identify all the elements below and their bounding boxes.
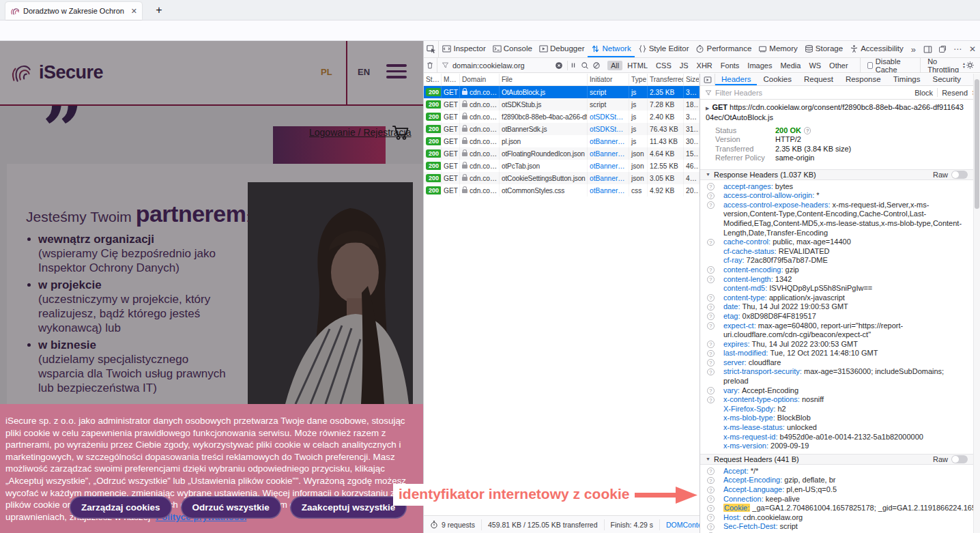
request-url-line[interactable]: ▶GET https://cdn.cookielaw.org/consent/f… [700, 100, 973, 124]
response-headers-section[interactable]: ▼ Response Headers (1.037 KB) Raw [700, 169, 973, 180]
browser-tab[interactable]: Doradztwo w Zakresie Ochrony Dany ✕ [5, 2, 142, 20]
help-icon[interactable]: ? [707, 341, 715, 348]
disable-cache-checkbox[interactable]: Disable Cache [860, 58, 914, 73]
resend-button[interactable]: Resend [942, 89, 968, 97]
separate-window-icon[interactable] [935, 41, 950, 57]
help-icon[interactable]: ? [707, 192, 715, 200]
help-icon[interactable]: ? [707, 387, 715, 394]
details-tab-headers[interactable]: Headers [715, 74, 757, 85]
network-request-row[interactable]: 200GETcdn.co…otFloatingRoundedIcon.jsono… [424, 147, 700, 160]
tab-memory[interactable]: Memory [755, 41, 801, 57]
help-icon[interactable]: ? [707, 294, 715, 302]
help-icon[interactable]: ? [707, 201, 715, 209]
initiator-cell[interactable]: otBanner… [588, 184, 629, 197]
checkbox-icon[interactable] [867, 62, 873, 69]
close-devtools-icon[interactable]: ✕ [965, 41, 980, 57]
network-request-row[interactable]: 200GETcdn.co…otSDKStub.jsscriptjs7.28 KB… [424, 98, 700, 111]
clear-filter-icon[interactable] [555, 61, 563, 70]
help-icon[interactable]: ? [707, 523, 715, 531]
tab-debugger[interactable]: Debugger [536, 41, 588, 57]
network-settings-gear-icon[interactable] [966, 61, 975, 70]
help-icon[interactable]: ? [707, 266, 715, 274]
details-tab-response[interactable]: Response [839, 74, 887, 85]
details-tab-cookies[interactable]: Cookies [757, 74, 798, 85]
filter-headers-input[interactable]: Filter Headers [715, 89, 762, 97]
type-filter-all[interactable]: All [607, 61, 622, 70]
network-request-row[interactable]: 200GETcdn.co…otBannerSdk.jsotSDKSt…js76.… [424, 123, 700, 135]
network-request-row[interactable]: 200GETcdn.co…f2890bc8-88eb-4bac-a266-df9… [424, 111, 700, 123]
network-request-row[interactable]: 200GETcdn.co…otCookieSettingsButton.json… [424, 172, 700, 184]
block-icon[interactable] [590, 58, 602, 72]
devtools-menu-icon[interactable]: ⋯ [950, 41, 965, 57]
initiator-cell[interactable]: otBanner… [588, 160, 629, 172]
help-icon[interactable]: ? [707, 276, 715, 283]
help-icon[interactable]: ? [707, 350, 715, 358]
network-table-header[interactable]: St… M… Domain File Initiator Type Transf… [424, 74, 700, 86]
type-filter-css[interactable]: CSS [652, 61, 675, 70]
help-icon[interactable]: ? [707, 397, 715, 404]
cookie-banner-button[interactable]: Zaakceptuj wszystkie [290, 496, 407, 519]
help-icon[interactable]: ? [707, 467, 715, 475]
search-icon[interactable] [579, 58, 591, 72]
tab-style-editor[interactable]: Style Editor [635, 41, 693, 57]
initiator-cell[interactable]: otBanner… [588, 135, 629, 147]
network-request-row[interactable]: 200GETcdn.co…OtAutoBlock.jsscriptjs2.35 … [424, 86, 700, 98]
details-tab-timings[interactable]: Timings [887, 74, 927, 85]
type-filter-xhr[interactable]: XHR [693, 61, 716, 70]
initiator-cell[interactable]: otSDKSt… [588, 123, 629, 135]
type-filter-fonts[interactable]: Fonts [717, 61, 743, 70]
scrollbar[interactable] [973, 74, 980, 533]
help-icon[interactable]: ? [707, 514, 715, 521]
type-filter-html[interactable]: HTML [624, 61, 651, 70]
pause-traffic-icon[interactable] [568, 58, 579, 72]
dock-icon[interactable] [920, 41, 935, 57]
help-icon[interactable]: ? [804, 127, 811, 134]
help-icon[interactable]: ? [707, 505, 715, 513]
help-icon[interactable]: ? [707, 477, 715, 485]
network-request-row[interactable]: 200GETcdn.co…pl.jsonotBanner…js11.43 KB3… [424, 135, 700, 147]
initiator-cell[interactable]: otSDKSt… [588, 111, 629, 123]
help-icon[interactable]: ? [707, 304, 715, 311]
tab-console[interactable]: Console [489, 41, 536, 57]
collapse-triangle-icon[interactable]: ▼ [706, 172, 710, 177]
network-request-row[interactable]: 200GETcdn.co…otCommonStyles.cssotBanner…… [424, 184, 700, 197]
headers-detail-scroll[interactable]: ▶GET https://cdn.cookielaw.org/consent/f… [700, 100, 973, 533]
details-tab-request[interactable]: Request [798, 74, 839, 85]
initiator-cell[interactable]: otBanner… [588, 147, 629, 160]
raw-toggle[interactable] [951, 455, 968, 463]
collapse-triangle-icon[interactable]: ▼ [706, 457, 710, 461]
initiator-cell[interactable]: otBanner… [588, 172, 629, 184]
tab-network[interactable]: Network [588, 41, 634, 57]
scrollbar-thumb[interactable] [975, 79, 979, 209]
request-headers-section[interactable]: ▼ Request Headers (441 B) Raw [700, 454, 973, 465]
clear-requests-icon[interactable] [424, 58, 437, 72]
help-icon[interactable]: ? [707, 183, 715, 190]
tab-close-icon[interactable]: ✕ [131, 7, 137, 16]
help-icon[interactable]: ? [707, 369, 715, 376]
pick-element-icon[interactable] [424, 41, 439, 57]
throttling-dropdown[interactable]: No Throttling ▲▼ [920, 58, 966, 73]
help-icon[interactable]: ? [707, 313, 715, 320]
help-icon[interactable]: ? [707, 239, 715, 246]
block-button[interactable]: Block [914, 89, 933, 97]
help-icon[interactable]: ? [707, 495, 715, 503]
cookie-banner-button[interactable]: Zarządzaj cookies [70, 496, 172, 519]
disclosure-triangle-icon[interactable]: ▶ [706, 106, 709, 111]
tab-inspector[interactable]: Inspector [439, 41, 489, 57]
tab-storage[interactable]: Storage [801, 41, 846, 57]
help-icon[interactable]: ? [707, 487, 715, 494]
help-icon[interactable]: ? [707, 322, 715, 330]
type-filter-images[interactable]: Images [744, 61, 775, 70]
type-filter-other[interactable]: Other [826, 61, 852, 70]
tab-accessibility[interactable]: Accessibility [846, 41, 907, 57]
type-filter-media[interactable]: Media [777, 61, 804, 70]
network-request-row[interactable]: 200GETcdn.co…otPcTab.jsonotBanner…json12… [424, 160, 700, 172]
cookie-banner-button[interactable]: Odrzuć wszystkie [181, 496, 281, 519]
tab-performance[interactable]: Performance [692, 41, 755, 57]
details-panel-icon[interactable] [700, 74, 715, 85]
url-filter-input[interactable]: domain:cookielaw.org [437, 58, 567, 72]
more-tabs-icon[interactable]: » [907, 41, 920, 57]
type-filter-ws[interactable]: WS [805, 61, 824, 70]
raw-toggle[interactable] [951, 171, 968, 179]
type-filter-js[interactable]: JS [676, 61, 692, 70]
